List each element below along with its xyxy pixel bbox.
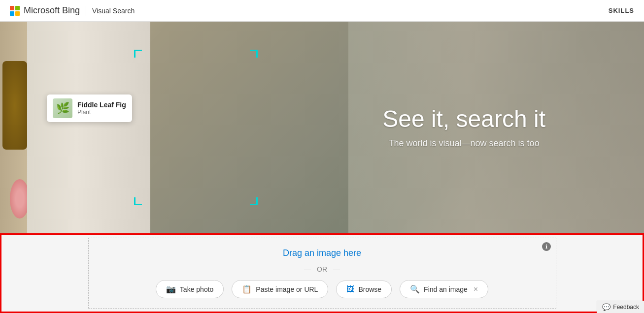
feedback-button[interactable]: 💬 Feedback [597,301,644,313]
browse-button[interactable]: 🖼 Browse [336,281,392,298]
selection-box [133,49,259,206]
action-buttons-row: 📷 Take photo 📋 Paste image or URL 🖼 Brow… [156,280,488,298]
plant-info: Fiddle Leaf Fig Plant [77,101,126,116]
visual-search-label: Visual Search [92,7,135,15]
flower-decor [10,179,30,219]
search-icon: 🔍 [410,284,420,294]
camera-icon: 📷 [166,284,176,294]
browse-icon: 🖼 [346,285,354,294]
paste-icon: 📋 [242,284,252,294]
main-curtain [27,22,150,233]
ms-yellow-square [15,11,20,16]
basket-decor [2,61,27,150]
feedback-label: Feedback [613,304,639,311]
or-divider: OR [304,265,340,273]
drag-text-prefix: Drag an image [283,248,343,258]
search-drop-zone[interactable]: ℹ Drag an image here OR 📷 Take photo 📋 P… [88,238,556,309]
ms-green-square [15,6,20,10]
hero-subtitle: The world is visual—now search is too [382,138,545,149]
paste-url-button[interactable]: 📋 Paste image or URL [232,280,328,298]
plant-thumbnail: 🌿 [53,98,72,118]
corner-tr [250,50,258,58]
bing-logo[interactable]: Microsoft Bing [10,5,80,16]
hero-text-block: See it, search it The world is visual—no… [382,106,545,149]
header-divider [86,6,86,16]
plant-type: Plant [77,109,126,116]
paste-label: Paste image or URL [256,285,318,293]
plant-name: Fiddle Leaf Fig [77,101,126,109]
search-area: ℹ Drag an image here OR 📷 Take photo 📋 P… [0,233,644,313]
header-left: Microsoft Bing Visual Search [10,5,135,16]
corner-bl [134,197,142,205]
skills-button[interactable]: SKILLS [609,7,634,14]
find-image-button[interactable]: 🔍 Find an image × [400,280,488,298]
plant-tooltip[interactable]: 🌿 Fiddle Leaf Fig Plant [47,94,132,122]
corner-br [250,197,258,205]
browse-label: Browse [358,285,381,293]
find-image-label: Find an image [424,285,468,293]
take-photo-label: Take photo [180,285,214,293]
take-photo-button[interactable]: 📷 Take photo [156,280,224,298]
drag-text-here: here [343,248,361,258]
close-icon[interactable]: × [474,285,478,294]
info-icon[interactable]: ℹ [542,242,551,251]
microsoft-logo [10,6,20,16]
drag-text: Drag an image here [283,248,361,258]
ms-blue-square [10,11,14,16]
header: Microsoft Bing Visual Search SKILLS [0,0,644,22]
feedback-icon: 💬 [602,303,610,311]
ms-red-square [10,6,14,10]
hero-section: 🌿 Fiddle Leaf Fig Plant See it, search i… [0,22,644,233]
hero-title: See it, search it [382,106,545,132]
bing-text: Microsoft Bing [24,5,80,16]
or-text: OR [317,265,327,273]
room-scene: 🌿 Fiddle Leaf Fig Plant [0,22,644,233]
corner-tl [134,50,142,58]
